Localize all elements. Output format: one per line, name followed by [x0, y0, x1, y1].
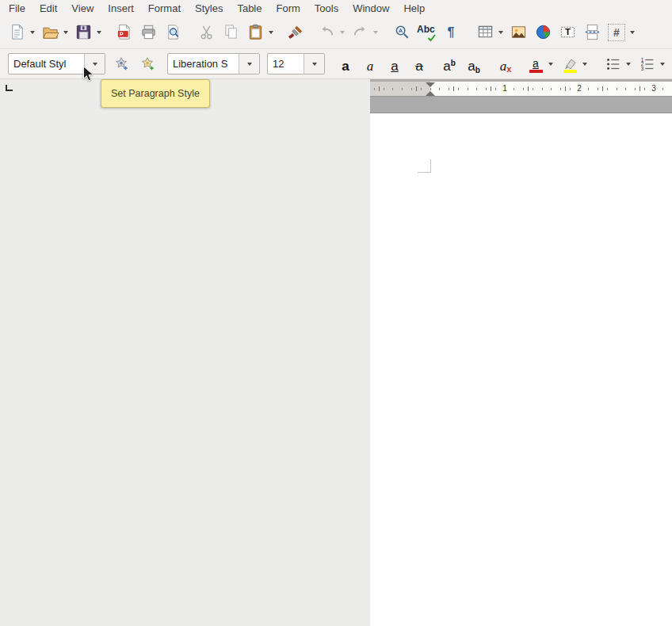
first-line-indent-marker[interactable]	[426, 82, 435, 87]
insert-image-button[interactable]	[507, 19, 529, 46]
update-style-button[interactable]	[110, 52, 132, 76]
font-size-dropdown[interactable]	[304, 54, 324, 74]
paste-button[interactable]	[242, 19, 275, 46]
clear-formatting-button[interactable]: a x	[495, 52, 516, 76]
clone-formatting-button[interactable]	[284, 19, 307, 46]
text-box-glyph: T	[564, 27, 570, 36]
formatting-marks-button[interactable]: ¶	[440, 19, 462, 46]
left-indent-marker[interactable]	[426, 91, 435, 96]
menu-file[interactable]: File	[2, 1, 32, 16]
chevron-down-icon	[630, 31, 635, 34]
menu-help[interactable]: Help	[396, 1, 432, 16]
font-name-combo[interactable]: Liberation S	[167, 53, 260, 74]
spelling-icon: Abc	[416, 22, 437, 43]
tooltip: Set Paragraph Style	[101, 79, 210, 108]
insert-image-icon	[510, 23, 528, 41]
subscript-button[interactable]: a b	[464, 52, 484, 76]
chevron-down-icon	[97, 31, 101, 34]
ordered-list-3-glyph: 3	[641, 65, 644, 71]
menu-tools[interactable]: Tools	[307, 1, 346, 16]
menu-view[interactable]: View	[64, 1, 101, 16]
save-button[interactable]	[70, 19, 103, 46]
formatting-marks-pilcrow-icon: ¶	[448, 25, 455, 40]
strikethrough-button[interactable]: a	[409, 52, 430, 76]
font-color-button[interactable]: a	[525, 52, 546, 76]
new-document-dropdown[interactable]	[28, 19, 36, 46]
bold-button[interactable]: a	[335, 52, 356, 76]
print-button[interactable]	[137, 19, 159, 46]
find-replace-button[interactable]	[391, 19, 413, 46]
insert-text-box-button[interactable]: T	[556, 19, 578, 46]
font-color-icon: a	[533, 58, 539, 69]
subscript-mark-glyph: b	[475, 66, 480, 74]
ruler-ticks	[370, 82, 672, 96]
highlight-color-dropdown[interactable]	[580, 51, 589, 78]
menubar: File Edit View Insert Format Styles Tabl…	[0, 0, 672, 16]
menu-table[interactable]: Table	[230, 1, 269, 16]
save-dropdown[interactable]	[94, 19, 103, 46]
insert-field-dropdown[interactable]	[628, 19, 636, 46]
text-boundary-corner-v	[430, 159, 431, 173]
font-color-swatch	[529, 70, 543, 73]
new-style-button[interactable]	[136, 52, 158, 76]
menu-insert[interactable]: Insert	[101, 1, 141, 16]
open-button[interactable]	[36, 19, 70, 46]
menu-format[interactable]: Format	[141, 1, 188, 16]
print-preview-button[interactable]	[162, 19, 184, 46]
indent-marker[interactable]	[426, 82, 435, 96]
chevron-down-icon	[269, 31, 273, 34]
copy-button	[220, 19, 242, 46]
chevron-down-icon	[63, 31, 68, 34]
menu-window[interactable]: Window	[346, 1, 396, 16]
copy-icon	[222, 23, 240, 41]
highlight-color-button[interactable]	[559, 52, 580, 76]
font-color-dropdown[interactable]	[546, 51, 555, 78]
font-size-combo[interactable]: 12	[267, 53, 325, 74]
print-icon	[139, 23, 158, 41]
document-page[interactable]	[370, 113, 672, 626]
superscript-mark-glyph: b	[451, 59, 456, 67]
document-view: 1 2 3	[370, 79, 672, 626]
tab-stop-selector[interactable]	[6, 85, 13, 91]
unordered-list-dropdown[interactable]	[624, 51, 632, 78]
check-icon	[427, 33, 437, 43]
superscript-button[interactable]: a b	[439, 52, 460, 76]
insert-table-button[interactable]	[472, 19, 505, 46]
font-name-dropdown[interactable]	[239, 54, 259, 74]
font-name-value[interactable]: Liberation S	[168, 54, 239, 74]
underline-button[interactable]: a	[384, 52, 405, 76]
menu-edit[interactable]: Edit	[32, 1, 64, 16]
undo-arrow-icon	[315, 19, 338, 46]
mouse-cursor-icon	[82, 66, 95, 83]
insert-table-dropdown[interactable]	[496, 19, 505, 46]
insert-page-break-button[interactable]	[581, 19, 603, 46]
insert-field-button[interactable]: #	[603, 19, 636, 46]
italic-button[interactable]: a	[360, 52, 380, 76]
highlight-color-swatch	[563, 70, 577, 73]
new-document-icon	[6, 19, 28, 46]
ordered-list-button[interactable]: 1 2 3	[637, 52, 658, 76]
chevron-down-icon	[548, 63, 553, 66]
ordered-list-dropdown[interactable]	[658, 51, 666, 78]
unordered-list-button[interactable]	[603, 52, 624, 76]
export-pdf-button[interactable]	[113, 19, 135, 46]
subscript-icon: a	[468, 59, 475, 73]
clear-formatting-x-glyph: x	[506, 64, 511, 74]
open-dropdown[interactable]	[61, 19, 70, 46]
chevron-down-icon	[373, 31, 378, 34]
paste-dropdown[interactable]	[266, 19, 275, 46]
spelling-button[interactable]: Abc	[415, 19, 437, 46]
ruler-mark-2: 2	[575, 84, 583, 93]
paragraph-style-value[interactable]: Default Styl	[9, 54, 84, 74]
underline-icon: a	[391, 59, 398, 73]
save-floppy-icon	[72, 19, 94, 46]
horizontal-ruler[interactable]: 1 2 3	[370, 82, 672, 97]
field-hash-glyph: #	[613, 26, 620, 39]
print-preview-icon	[164, 23, 182, 41]
menu-styles[interactable]: Styles	[188, 1, 230, 16]
insert-chart-button[interactable]	[532, 19, 554, 46]
highlight-marker-icon	[562, 58, 578, 69]
menu-form[interactable]: Form	[269, 1, 307, 16]
new-document-button[interactable]	[3, 19, 36, 46]
font-size-value[interactable]: 12	[268, 54, 304, 74]
